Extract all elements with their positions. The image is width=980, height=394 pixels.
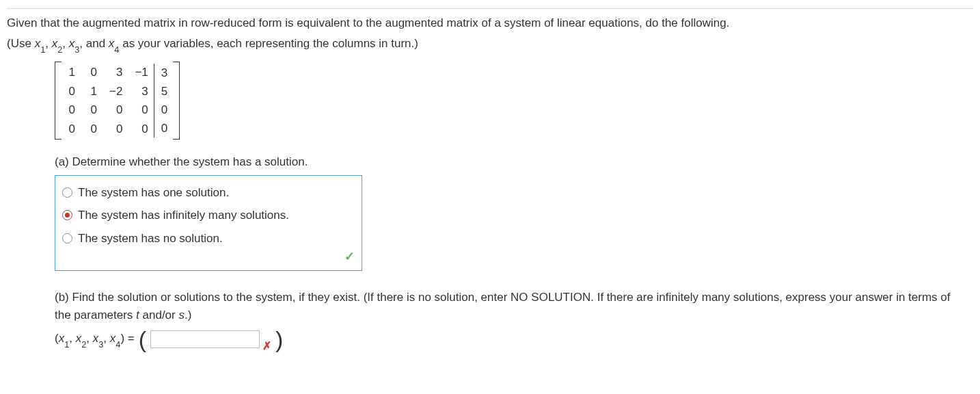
- matrix-cell: 0: [66, 101, 75, 119]
- text: and/or: [139, 308, 179, 321]
- matrix-cell: 0: [87, 120, 97, 138]
- augment-cell: 0: [161, 120, 167, 137]
- matrix-cell: 0: [135, 101, 148, 119]
- matrix-cell: 0: [66, 83, 75, 101]
- param-s: s: [178, 308, 185, 321]
- check-icon: ✓: [344, 248, 355, 266]
- part-a-label: (a) Determine whether the system has a s…: [55, 153, 973, 171]
- matrix-cell: 0: [87, 101, 97, 119]
- matrix-cell: 1: [87, 83, 97, 101]
- close-paren-icon: ): [275, 328, 283, 351]
- sub: 1: [64, 339, 69, 350]
- sub: 4: [114, 44, 119, 55]
- text: , and: [79, 37, 109, 50]
- matrix-cell: 0: [135, 120, 148, 138]
- var: x: [76, 332, 82, 345]
- x-icon: ✗: [262, 338, 271, 354]
- sub: 2: [81, 339, 86, 350]
- text: ,: [62, 37, 68, 50]
- open-paren-icon: (: [139, 328, 146, 351]
- matrix-cell: 3: [109, 64, 122, 81]
- sub: 2: [57, 44, 62, 55]
- text: (Use: [7, 37, 35, 50]
- text: as your variables, each representing the…: [119, 37, 418, 50]
- radio-label: The system has no solution.: [78, 230, 223, 248]
- text: ) =: [120, 332, 134, 345]
- radio-option-2[interactable]: The system has no solution.: [62, 227, 355, 250]
- text: ,: [45, 37, 51, 50]
- sub: 4: [115, 339, 120, 350]
- question-line-1: Given that the augmented matrix in row-r…: [7, 14, 973, 32]
- text: .): [185, 308, 191, 321]
- question-line-2: (Use x1, x2, x3, and x4 as your variable…: [7, 35, 973, 54]
- radio-icon[interactable]: [62, 187, 72, 198]
- radio-label: The system has one solution.: [78, 184, 229, 202]
- matrix-cell: 0: [109, 101, 122, 119]
- matrix-cell: 0: [109, 120, 122, 138]
- matrix-cell: 0: [66, 120, 75, 138]
- solution-input[interactable]: [150, 330, 260, 348]
- augment-bar: [154, 64, 154, 137]
- var-x1: x: [35, 37, 41, 50]
- sub: 3: [74, 44, 79, 55]
- augment-cell: 5: [161, 83, 167, 101]
- var-x3: x: [69, 37, 75, 50]
- matrix-cell: 3: [135, 83, 148, 101]
- matrix-cell: 0: [87, 64, 97, 81]
- sub: 3: [98, 339, 103, 350]
- matrix-cell: −2: [109, 83, 122, 101]
- part-a-answer-box: The system has one solution.The system h…: [55, 175, 362, 272]
- radio-icon[interactable]: [62, 233, 72, 244]
- var: x: [59, 332, 65, 345]
- radio-icon[interactable]: [62, 210, 72, 220]
- part-b-text: (b) Find the solution or solutions to th…: [55, 289, 957, 324]
- radio-option-0[interactable]: The system has one solution.: [62, 181, 355, 205]
- var-x2: x: [52, 37, 58, 50]
- right-bracket: [173, 62, 180, 140]
- part-b-answer-line: (x1, x2, x3, x4) = ( ✗ ): [55, 328, 973, 351]
- radio-label: The system has infinitely many solutions…: [78, 207, 289, 224]
- lhs-tuple: (x1, x2, x3, x4) =: [55, 330, 135, 349]
- augment-cell: 0: [161, 101, 167, 119]
- text: ,: [103, 332, 109, 345]
- text: ,: [86, 332, 92, 345]
- var: x: [93, 332, 99, 345]
- augment-column: 3500: [156, 62, 173, 140]
- augment-cell: 3: [161, 64, 167, 82]
- augmented-matrix: 103−101−2300000000 3500: [55, 62, 180, 140]
- sub: 1: [40, 44, 45, 55]
- left-bracket: [55, 62, 62, 140]
- text: ,: [69, 332, 75, 345]
- matrix-cell: 1: [66, 64, 75, 81]
- matrix-body: 103−101−2300000000: [62, 62, 152, 140]
- radio-option-1[interactable]: The system has infinitely many solutions…: [62, 204, 355, 227]
- matrix-cell: −1: [135, 64, 148, 81]
